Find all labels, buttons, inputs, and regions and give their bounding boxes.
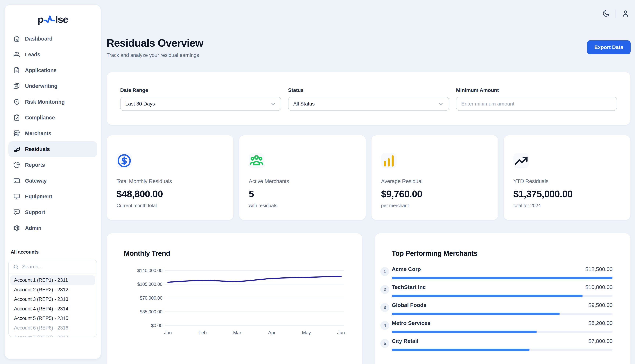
trending-up-icon [513,153,529,168]
status-select[interactable]: All Status [288,97,449,111]
merchant-name: Global Foods [392,302,427,308]
merchant-amount: $12,500.00 [585,266,612,272]
chevron-down-icon [438,101,444,107]
sidebar-item-merchants[interactable]: Merchants [9,126,97,141]
credit-card-icon [13,177,20,184]
sidebar-item-dashboard[interactable]: Dashboard [9,31,97,46]
merchant-amount: $10,800.00 [585,284,612,290]
stat-card-total-monthly-residuals: Total Monthly Residuals$48,800.00Current… [107,135,234,220]
sidebar-item-leads[interactable]: Leads [9,46,97,62]
search-icon [13,264,19,270]
filter-minimum-amount: Minimum Amount [456,87,617,125]
copy-check-icon [13,82,20,90]
stat-label: Active Merchants [249,178,356,184]
stat-value: $1,375,000.00 [513,188,621,200]
bottom-row: Monthly Trend $140,000.00$105,000.00$70,… [107,233,630,364]
sidebar-item-label: Applications [25,67,57,74]
account-list-item[interactable]: Account 7 (REP7) - 2317 [10,333,95,337]
account-list-item[interactable]: Account 6 (REP6) - 2316 [10,323,95,333]
account-list-item[interactable]: Account 2 (REP2) - 2312 [10,285,95,294]
top-merchants-title: Top Performing Merchants [392,250,477,258]
sidebar-item-equipment[interactable]: Equipment [9,188,97,204]
monthly-trend-card: Monthly Trend $140,000.00$105,000.00$70,… [107,233,362,364]
account-list-item[interactable]: Account 5 (REP5) - 2315 [10,314,95,323]
pulse-logo: plse [9,14,97,25]
accounts-list: Account 1 (REP1) - 2311Account 2 (REP2) … [9,274,97,337]
sidebar-item-risk-monitoring[interactable]: Risk Monitoring [9,94,97,110]
sidebar-item-admin[interactable]: Admin [9,220,97,236]
svg-text:$140,000.00: $140,000.00 [137,268,162,273]
account-list-item[interactable]: Account 4 (REP4) - 2314 [10,304,95,314]
moon-icon[interactable] [602,10,610,18]
sidebar-item-label: Risk Monitoring [25,99,65,105]
account-list-item[interactable]: Account 3 (REP3) - 2313 [10,294,95,304]
stats-row: Total Monthly Residuals$48,800.00Current… [107,135,630,220]
top-merchants-list: 1Acme Corp$12,500.002TechStart Inc$10,80… [380,266,612,356]
merchant-name: Metro Services [392,320,431,326]
banknote-icon [13,146,20,153]
sidebar-item-gateway[interactable]: Gateway [9,173,97,188]
sidebar-item-label: Leads [25,52,40,58]
sidebar-item-reports[interactable]: Reports [9,157,97,173]
stat-subtext: Current month total [116,203,224,208]
accounts-search-input[interactable] [22,264,92,270]
stat-card-active-merchants: Active Merchants5with residuals [239,135,366,220]
top-merchants-card: Top Performing Merchants 1Acme Corp$12,5… [375,233,630,364]
rank-badge: 5 [380,339,389,348]
stat-subtext: with residuals [249,203,356,208]
accounts-search [9,260,97,274]
sidebar-item-compliance[interactable]: Compliance [9,110,97,126]
topbar-divider [615,10,616,18]
merchant-row-acme-corp: 1Acme Corp$12,500.00 [380,266,612,279]
sidebar-item-label: Merchants [25,130,51,136]
svg-text:$0.00: $0.00 [151,323,162,328]
minimum-amount-input[interactable] [456,97,617,111]
sidebar-item-underwriting[interactable]: Underwriting [9,78,97,94]
merchant-bar-fill [392,313,560,315]
store-icon [13,130,20,137]
sidebar-item-label: Admin [25,225,41,231]
pulse-wave-icon [44,15,55,24]
rank-badge: 1 [380,267,389,276]
rank-badge: 4 [380,321,389,330]
sidebar-item-label: Equipment [25,194,52,200]
merchant-bar-track [392,348,612,351]
user-icon[interactable] [621,10,629,18]
home-icon [13,35,20,42]
export-data-button[interactable]: Export Data [587,40,630,54]
merchant-amount: $9,500.00 [588,302,612,308]
svg-text:$35,000.00: $35,000.00 [140,309,162,314]
users-group-icon [249,153,264,168]
monitor-icon [13,193,20,200]
accounts-box: Account 1 (REP1) - 2311Account 2 (REP2) … [9,260,97,337]
date-range-select[interactable]: Last 30 Days [120,97,281,111]
svg-text:Jan: Jan [164,330,172,336]
sidebar-item-label: Residuals [25,146,50,152]
merchant-row-metro-services: 4Metro Services$8,200.00 [380,320,612,333]
merchant-bar-fill [392,348,530,351]
page-title: Residuals Overview [107,37,203,49]
sidebar-item-residuals[interactable]: Residuals [9,141,97,157]
sidebar-nav: DashboardLeadsApplicationsUnderwritingRi… [9,31,97,236]
merchant-bar-track [392,277,612,279]
stat-label: Average Residual [381,178,488,184]
filter-status: Status All Status [288,87,449,125]
merchant-row-techstart-inc: 2TechStart Inc$10,800.00 [380,284,612,297]
sidebar-item-support[interactable]: Support [9,204,97,220]
sidebar-item-label: Underwriting [25,83,57,89]
chart-column-icon [381,153,396,168]
sidebar-item-label: Dashboard [25,36,53,42]
merchant-name: Acme Corp [392,266,421,272]
gear-icon [13,224,20,232]
merchant-bar-track [392,295,612,297]
main-content: Residuals Overview Track and analyze you… [107,0,630,364]
merchant-row-city-retail: 5City Retail$7,800.00 [380,338,612,351]
sidebar-item-applications[interactable]: Applications [9,62,97,78]
status-label: Status [288,87,449,93]
merchant-bar-fill [392,330,537,333]
file-text-icon [13,67,20,74]
account-list-item[interactable]: Account 1 (REP1) - 2311 [10,276,95,285]
chevron-down-icon [270,101,276,107]
stat-card-ytd-residuals: YTD Residuals$1,375,000.00total for 2024 [503,135,630,220]
svg-text:Jun: Jun [337,330,345,336]
